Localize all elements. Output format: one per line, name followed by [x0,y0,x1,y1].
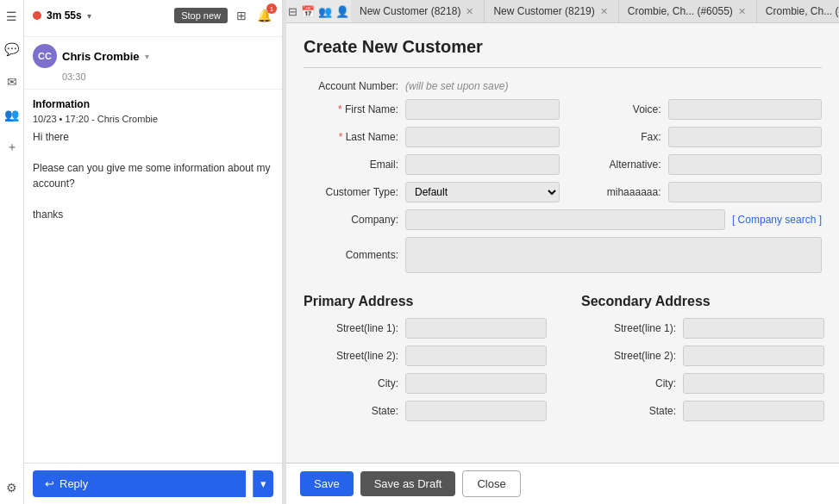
primary-state-label: State: [304,405,398,417]
reply-label: Reply [59,477,88,490]
last-name-input[interactable] [405,127,560,147]
secondary-street2-label: Street(line 2): [581,350,676,362]
tab-profile-button[interactable]: 👤 [334,3,351,20]
contact-header: CC Chris Crombie ▾ [33,44,273,68]
form-container: Create New Customer Account Number: (wil… [286,23,839,463]
comments-row: Comments: [304,237,822,273]
reply-icon: ↩ [45,477,54,490]
customer-type-col: Customer Type: Default [304,182,560,202]
primary-street1-label: Street(line 1): [304,322,398,334]
grid-view-button[interactable]: ⊞ [235,7,248,24]
menu-icon[interactable]: ☰ [3,7,22,26]
tabs-bar: ⊟ 📅 👥 👤 New Customer (8218) ✕ New Custom… [286,0,839,23]
company-label: Company: [304,214,398,226]
primary-state-input[interactable] [405,401,547,421]
mihaaaaaa-input[interactable] [668,182,823,202]
secondary-street1-label: Street(line 1): [581,322,676,334]
voice-col: Voice: [567,99,823,120]
alternative-input[interactable] [668,154,823,175]
last-name-col: Last Name: [304,127,560,147]
tab-contacts-button[interactable]: 👥 [316,3,334,20]
tab-calendar-button[interactable]: 📅 [299,3,316,20]
chat-body: Information 10/23 • 17:20 - Chris Crombi… [24,90,282,463]
contact-time: 03:30 [62,72,273,82]
account-number-value: (will be set upon save) [405,80,508,92]
customer-type-label: Customer Type: [304,186,398,198]
company-search-link[interactable]: [ Company search ] [732,214,822,226]
tab-new-customer-8219a[interactable]: New Customer (8219) ✕ [485,0,618,22]
email-input[interactable] [405,154,560,175]
contacts-icon[interactable]: 👥 [3,105,22,124]
account-number-row: Account Number: (will be set upon save) [304,80,822,92]
save-as-draft-button[interactable]: Save as Draft [360,471,456,496]
alternative-label: Alternative: [567,159,661,171]
settings-icon[interactable]: ⚙ [3,478,22,497]
reply-button[interactable]: ↩ Reply [33,470,246,497]
tab-new-customer-8218[interactable]: New Customer (8218) ✕ [351,0,485,22]
save-button[interactable]: Save [300,471,354,496]
secondary-street2-input[interactable] [683,345,824,366]
stop-new-button[interactable]: Stop new [174,8,228,23]
notification-count: 1 [266,3,277,14]
notification-badge: 🔔 1 [255,7,273,24]
secondary-street1-row: Street(line 1): [581,318,824,339]
secondary-street2-row: Street(line 2): [581,345,824,366]
mihaaaaaa-col: mihaaaaaa: [567,182,823,202]
reply-chevron-button[interactable]: ▾ [253,470,273,497]
primary-city-input[interactable] [405,373,547,394]
mihaaaaaa-label: mihaaaaaa: [567,186,661,198]
contact-chevron-icon[interactable]: ▾ [145,52,149,61]
primary-address-col: Primary Address Street(line 1): Street(l… [304,280,547,428]
tab-close-icon[interactable]: ✕ [598,6,610,17]
primary-state-row: State: [304,401,547,421]
secondary-state-input[interactable] [683,401,824,421]
fax-input[interactable] [668,127,823,147]
secondary-city-input[interactable] [683,373,824,394]
primary-city-label: City: [304,377,398,389]
form-divider [304,67,822,68]
secondary-city-row: City: [581,373,824,394]
secondary-address-title: Secondary Address [581,294,824,309]
chat-contact: CC Chris Crombie ▾ 03:30 [24,37,282,90]
primary-street2-row: Street(line 2): [304,345,547,366]
first-name-col: First Name: [304,99,560,120]
voice-label: Voice: [567,103,661,115]
customer-type-row: Customer Type: Default mihaaaaaa: [304,182,822,202]
primary-street1-row: Street(line 1): [304,318,547,339]
add-icon[interactable]: ＋ [3,138,22,157]
last-name-label: Last Name: [304,131,398,143]
tab-close-icon[interactable]: ✕ [736,6,748,17]
avatar: CC [33,44,57,68]
top-controls: Stop new ⊞ 🔔 1 [174,7,273,24]
email-label: Email: [304,159,398,171]
first-name-input[interactable] [405,99,560,120]
tab-label: Crombie, Ch... (#11576) [766,5,839,17]
comments-textarea[interactable] [405,237,822,273]
fax-label: Fax: [567,131,661,143]
contact-name[interactable]: Chris Crombie [62,50,140,63]
primary-street1-input[interactable] [405,318,547,339]
sidebar-icons: ☰ 💬 ✉ 👥 ＋ ⚙ [0,0,24,504]
tab-label: New Customer (8218) [360,5,460,17]
tab-layout-button[interactable]: ⊟ [286,3,299,20]
info-label: Information [33,98,273,110]
info-date: 10/23 • 17:20 - Chris Crombie [33,114,273,124]
agent-chevron-icon[interactable]: ▾ [87,11,91,21]
right-panel: ⊟ 📅 👥 👤 New Customer (8218) ✕ New Custom… [286,0,839,504]
company-input[interactable] [405,209,725,230]
reply-bar: ↩ Reply ▾ [24,463,282,504]
secondary-street1-input[interactable] [683,318,824,339]
email-icon[interactable]: ✉ [3,72,22,91]
primary-street2-input[interactable] [405,345,547,366]
chat-icon[interactable]: 💬 [3,40,22,59]
comments-label: Comments: [304,249,398,261]
close-button[interactable]: Close [462,470,520,497]
last-name-row: Last Name: Fax: [304,127,822,147]
customer-type-select[interactable]: Default [405,182,560,202]
tab-crombie-6055[interactable]: Crombie, Ch... (#6055) ✕ [619,0,757,22]
secondary-city-label: City: [581,377,676,389]
fax-col: Fax: [567,127,823,147]
tab-crombie-11576[interactable]: Crombie, Ch... (#11576) ✕ [757,0,839,22]
tab-close-icon[interactable]: ✕ [464,6,475,17]
voice-input[interactable] [668,99,823,120]
